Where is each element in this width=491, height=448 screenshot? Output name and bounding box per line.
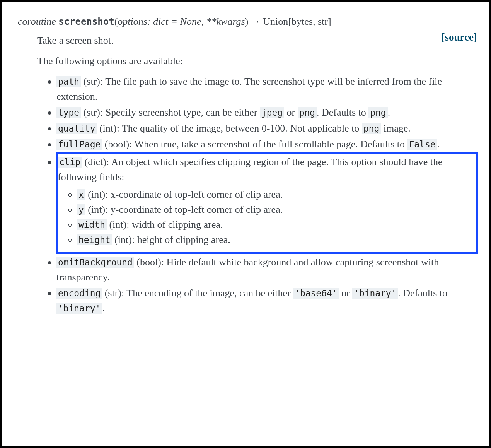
option-clip: clip (dict): An object which specifies c… bbox=[56, 152, 477, 254]
clip-highlight-box: clip (dict): An object which specifies c… bbox=[56, 152, 478, 254]
option-encoding: encoding (str): The encoding of the imag… bbox=[56, 286, 477, 316]
options-list: path (str): The file path to save the im… bbox=[37, 74, 477, 316]
option-name: quality bbox=[56, 123, 97, 134]
clip-fields-list: x (int): x-coordinate of top-left corner… bbox=[58, 187, 476, 247]
function-params-b: = None, **kwargs bbox=[168, 16, 245, 27]
source-link[interactable]: [source] bbox=[442, 29, 477, 45]
coroutine-label: coroutine bbox=[18, 16, 56, 27]
option-omitbackground: omitBackground (bool): Hide default whit… bbox=[56, 255, 477, 285]
return-type: Union[bytes, str] bbox=[263, 16, 331, 27]
option-fullpage: fullPage (bool): When true, take a scree… bbox=[56, 137, 477, 152]
function-signature: coroutine screenshot(options: dict = Non… bbox=[18, 14, 477, 29]
option-quality: quality (int): The quality of the image,… bbox=[56, 121, 477, 136]
option-path: path (str): The file path to save the im… bbox=[56, 74, 477, 104]
option-type: type (str): Specify screenshot type, can… bbox=[56, 105, 477, 120]
clip-field-height: height (int): height of clipping area. bbox=[77, 232, 476, 247]
function-params-a: options: dict bbox=[118, 16, 168, 27]
function-name: screenshot bbox=[58, 16, 114, 27]
option-name: path bbox=[56, 76, 81, 87]
option-name: clip bbox=[58, 157, 82, 168]
option-name: encoding bbox=[56, 288, 102, 299]
clip-field-width: width (int): width of clipping area. bbox=[77, 217, 476, 232]
clip-field-y: y (int): y-coordinate of top-left corner… bbox=[77, 202, 476, 217]
description: Take a screen shot. bbox=[37, 33, 477, 48]
options-intro: The following options are available: bbox=[37, 53, 477, 68]
option-name: type bbox=[56, 107, 81, 118]
clip-field-x: x (int): x-coordinate of top-left corner… bbox=[77, 187, 476, 202]
option-name: fullPage bbox=[56, 139, 102, 150]
option-name: omitBackground bbox=[56, 257, 134, 268]
